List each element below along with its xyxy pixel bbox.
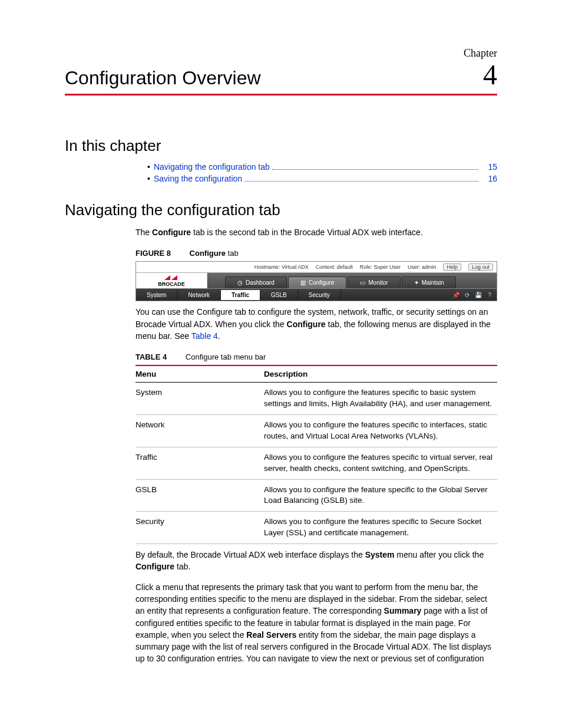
save-icon[interactable]: 💾 xyxy=(474,291,482,299)
paragraph: You can use the Configure tab to configu… xyxy=(135,306,497,342)
configure-menu-table: Menu Description SystemAllows you to con… xyxy=(135,365,497,544)
table-row: SecurityAllows you to configure the feat… xyxy=(135,512,497,544)
cell-menu: Security xyxy=(135,512,264,544)
ui-tab-monitor[interactable]: ▭Monitor xyxy=(348,276,400,288)
brocade-logo-icon xyxy=(163,274,180,281)
ui-menu-network[interactable]: Network xyxy=(177,290,221,300)
chapter-title: Configuration Overview xyxy=(65,67,261,89)
ui-main-tabs: ◷Dashboard ▥Configure ▭Monitor ✦Maintain xyxy=(207,273,497,288)
toc-page[interactable]: 16 xyxy=(481,174,497,183)
ui-menu-system[interactable]: System xyxy=(136,290,177,300)
table-row: TrafficAllows you to configure the featu… xyxy=(135,447,497,479)
leader-dots xyxy=(272,169,478,170)
ui-menu-gslb[interactable]: GSLB xyxy=(260,290,298,300)
table-label: TABLE 4 xyxy=(135,353,167,361)
configure-icon: ▥ xyxy=(300,279,306,286)
section-in-this-chapter: In this chapter xyxy=(65,137,497,155)
toc-item: • Navigating the configuration tab 15 xyxy=(147,162,497,172)
cell-desc: Allows you to configure the features spe… xyxy=(264,512,497,544)
bold-text: Configure xyxy=(135,562,174,571)
text: tab is the second tab in the Brocade Vir… xyxy=(191,228,423,237)
ui-role: Role: Super User xyxy=(360,264,401,270)
th-description: Description xyxy=(264,365,497,383)
text: . xyxy=(218,331,220,341)
leader-dots xyxy=(244,180,478,182)
figure-title-bold: Configure xyxy=(190,249,226,258)
text: By default, the Brocade Virtual ADX web … xyxy=(135,550,365,559)
text: tab. xyxy=(174,562,190,571)
ui-tab-configure[interactable]: ▥Configure xyxy=(288,276,346,288)
toc-page[interactable]: 15 xyxy=(481,162,497,172)
table-xref-link[interactable]: Table 4 xyxy=(191,331,218,341)
ui-menu-security[interactable]: Security xyxy=(298,290,341,300)
chapter-number: 4 xyxy=(483,61,497,89)
cell-desc: Allows you to configure the features spe… xyxy=(264,414,497,447)
cell-desc: Allows you to configure the features spe… xyxy=(264,383,497,415)
th-menu: Menu xyxy=(135,365,264,383)
text: menu after you click the xyxy=(394,550,484,559)
paragraph: The Configure tab is the second tab in t… xyxy=(135,226,497,238)
ui-menu-traffic[interactable]: Traffic xyxy=(221,290,260,300)
cell-desc: Allows you to configure the feature spec… xyxy=(264,479,497,512)
bold-text: Summary xyxy=(384,606,422,615)
toc-link-navigating[interactable]: Navigating the configuration tab xyxy=(154,162,270,172)
cell-menu: GSLB xyxy=(135,479,264,512)
figure-label: FIGURE 8 xyxy=(135,249,171,258)
toc-link-saving[interactable]: Saving the configuration xyxy=(154,174,242,183)
paragraph: Click a menu that represents the primary… xyxy=(135,581,497,665)
ui-tab-dashboard[interactable]: ◷Dashboard xyxy=(225,276,287,288)
figure-ui-screenshot: Hostname: Virtual ADX Context: default R… xyxy=(135,261,497,301)
bold-text: System xyxy=(365,550,395,559)
ui-hostname: Hostname: Virtual ADX xyxy=(254,264,309,270)
toc-list: • Navigating the configuration tab 15 • … xyxy=(147,162,497,183)
ui-user: User: admin xyxy=(408,264,437,270)
chapter-header: Configuration Overview 4 xyxy=(65,61,497,95)
monitor-icon: ▭ xyxy=(360,279,365,286)
table-title: Configure tab menu bar xyxy=(186,353,266,361)
ui-context: Context: default xyxy=(316,264,353,270)
bullet-icon: • xyxy=(147,162,150,172)
maintain-icon: ✦ xyxy=(414,279,419,286)
section-navigating: Navigating the configuration tab xyxy=(65,201,497,219)
cell-menu: Traffic xyxy=(135,447,264,479)
cell-menu: Network xyxy=(135,414,264,447)
ui-menubar: System Network Traffic GSLB Security 📌 ⟳… xyxy=(136,289,497,301)
dashboard-icon: ◷ xyxy=(237,279,243,286)
ui-topbar: Hostname: Virtual ADX Context: default R… xyxy=(136,262,497,273)
bold-text: Real Servers xyxy=(246,630,296,640)
cell-desc: Allows you to configure the features spe… xyxy=(264,447,497,479)
paragraph: By default, the Brocade Virtual ADX web … xyxy=(135,549,497,573)
cell-menu: System xyxy=(135,383,264,415)
bold-text: Configure xyxy=(287,319,326,329)
table-row: SystemAllows you to configure the featur… xyxy=(135,383,497,415)
bullet-icon: • xyxy=(147,174,150,183)
bold-text: Configure xyxy=(152,228,191,237)
pin-icon[interactable]: 📌 xyxy=(452,291,460,299)
text: The xyxy=(135,228,152,237)
toc-item: • Saving the configuration 16 xyxy=(147,174,497,183)
refresh-icon[interactable]: ⟳ xyxy=(463,291,471,299)
figure-caption: FIGURE 8 Configure tab xyxy=(135,249,497,258)
ui-brand-logo: BROCADE xyxy=(136,273,207,288)
table-caption: TABLE 4 Configure tab menu bar xyxy=(135,353,497,361)
ui-tab-maintain[interactable]: ✦Maintain xyxy=(402,276,457,288)
table-row: GSLBAllows you to configure the feature … xyxy=(135,479,497,512)
figure-title-rest: tab xyxy=(226,249,239,258)
chapter-label: Chapter xyxy=(65,47,497,60)
ui-logout-button[interactable]: Log out xyxy=(468,263,493,271)
ui-help-button[interactable]: Help xyxy=(443,263,461,271)
help-icon[interactable]: ? xyxy=(485,291,494,299)
table-row: NetworkAllows you to configure the featu… xyxy=(135,414,497,447)
